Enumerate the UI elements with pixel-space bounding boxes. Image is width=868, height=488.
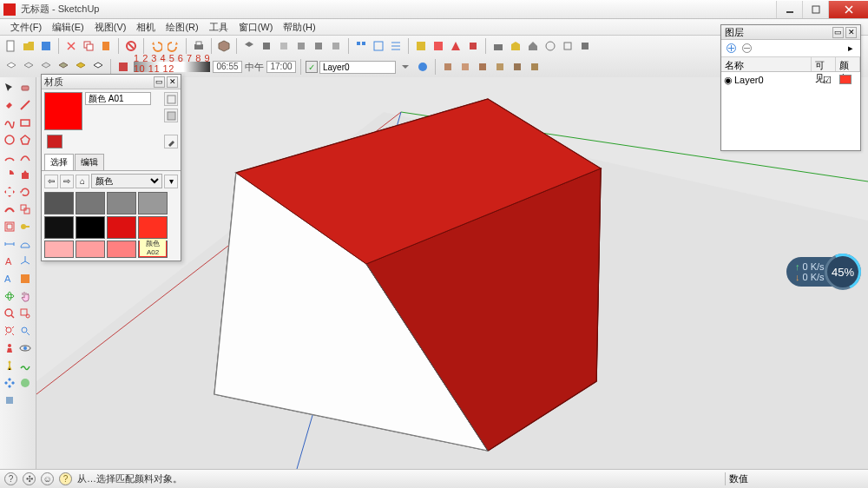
- tape-tool-icon[interactable]: [17, 219, 33, 234]
- menu-file[interactable]: 文件(F): [5, 19, 47, 36]
- swatch[interactable]: [107, 216, 136, 239]
- 3dtext-tool-icon[interactable]: A: [2, 271, 17, 287]
- close-button[interactable]: [828, 1, 868, 18]
- orbit-tool-icon[interactable]: [2, 288, 17, 304]
- pie-tool-icon[interactable]: [2, 167, 17, 182]
- swatch[interactable]: [107, 241, 136, 258]
- swatch[interactable]: [44, 241, 74, 258]
- menu-tools[interactable]: 工具: [204, 19, 233, 36]
- select-tool-icon[interactable]: [2, 80, 17, 96]
- line-tool-icon[interactable]: [17, 97, 33, 113]
- paste-icon[interactable]: [98, 38, 114, 54]
- redo-icon[interactable]: [166, 38, 181, 54]
- move-tool-icon[interactable]: [2, 184, 17, 200]
- swatch[interactable]: [44, 216, 74, 239]
- ext2-icon[interactable]: [577, 38, 593, 54]
- layer-check-icon[interactable]: ✓: [306, 61, 318, 73]
- solid1-icon[interactable]: [440, 59, 456, 75]
- solid4-icon[interactable]: [492, 59, 508, 75]
- materials-tab-edit[interactable]: 编辑: [75, 154, 104, 170]
- iso-icon[interactable]: [241, 38, 257, 54]
- wire-icon[interactable]: [21, 59, 36, 75]
- model-info-icon[interactable]: [216, 38, 232, 54]
- layers-remove-button[interactable]: [740, 42, 753, 55]
- material-name-input[interactable]: [85, 92, 151, 105]
- layer-row[interactable]: ◉ Layer0 ☑: [721, 72, 860, 88]
- materials-home-button[interactable]: ⌂: [76, 175, 89, 188]
- axes-tool-icon[interactable]: [17, 254, 33, 269]
- pan-tool-icon[interactable]: [17, 288, 33, 304]
- layer-mgr-icon[interactable]: [415, 59, 431, 75]
- material-default-button[interactable]: [164, 109, 178, 122]
- material-create-button[interactable]: [164, 92, 178, 106]
- layer-dropdown-icon[interactable]: [398, 59, 413, 75]
- section3-icon[interactable]: [448, 38, 464, 54]
- cut-icon[interactable]: [63, 38, 79, 54]
- hidden-icon[interactable]: [38, 59, 54, 75]
- solid3-icon[interactable]: [475, 59, 490, 75]
- protractor-tool-icon[interactable]: [17, 236, 33, 252]
- back-icon[interactable]: [311, 38, 326, 54]
- menu-edit[interactable]: 编辑(E): [47, 19, 89, 36]
- front-icon[interactable]: [276, 38, 292, 54]
- rect-tool-icon[interactable]: [17, 115, 33, 130]
- menu-help[interactable]: 帮助(H): [278, 19, 320, 36]
- rotate-tool-icon[interactable]: [17, 184, 33, 200]
- menu-camera[interactable]: 相机: [131, 19, 161, 36]
- layers-add-button[interactable]: [725, 42, 738, 55]
- erase-icon[interactable]: [123, 38, 139, 54]
- maximize-button[interactable]: [802, 1, 828, 18]
- materials-library-select[interactable]: 颜色: [91, 174, 162, 188]
- eraser-tool-icon[interactable]: [17, 80, 33, 96]
- swatch[interactable]: [107, 192, 136, 214]
- arc2-tool-icon[interactable]: [17, 149, 33, 165]
- swatch[interactable]: [44, 192, 74, 214]
- freehand-tool-icon[interactable]: [2, 115, 17, 130]
- materials-tab-select[interactable]: 选择: [44, 154, 74, 170]
- mono-icon[interactable]: [90, 59, 106, 75]
- plugin3-icon[interactable]: [2, 392, 17, 408]
- open-icon[interactable]: [21, 38, 36, 54]
- time-start[interactable]: 06:55: [213, 61, 242, 73]
- zoom-tool-icon[interactable]: [2, 306, 17, 321]
- component-icon[interactable]: [353, 38, 369, 54]
- materials-pin-button[interactable]: ▭: [154, 76, 165, 88]
- layers-col-visible[interactable]: 可见: [812, 57, 836, 71]
- swatch[interactable]: [76, 192, 105, 214]
- right-icon[interactable]: [293, 38, 309, 54]
- section-tool-icon[interactable]: [17, 271, 33, 287]
- status-warn-button[interactable]: ?: [59, 472, 72, 485]
- arc-tool-icon[interactable]: [2, 149, 17, 165]
- paint-tool-icon[interactable]: [2, 97, 17, 113]
- materials-fwd-button[interactable]: ⇨: [60, 175, 74, 188]
- materials-menu-button[interactable]: ▾: [164, 175, 178, 188]
- circle-tool-icon[interactable]: [2, 132, 17, 148]
- materials-close-button[interactable]: ✕: [167, 76, 178, 88]
- swatch[interactable]: 颜色 A02: [138, 241, 168, 258]
- shaded-icon[interactable]: [56, 59, 71, 75]
- solid6-icon[interactable]: [527, 59, 542, 75]
- dim-tool-icon[interactable]: [2, 236, 17, 252]
- status-help-button[interactable]: ?: [4, 472, 17, 485]
- pushpull-tool-icon[interactable]: [17, 167, 33, 182]
- prev-view-icon[interactable]: [17, 323, 33, 339]
- house-icon[interactable]: [525, 38, 541, 54]
- status-user-button[interactable]: ☺: [41, 472, 54, 485]
- followme-tool-icon[interactable]: [2, 201, 17, 217]
- zoom-window-icon[interactable]: [17, 306, 33, 321]
- 3dwh-icon[interactable]: [508, 38, 523, 54]
- print-icon[interactable]: [191, 38, 207, 54]
- warehouse-icon[interactable]: [490, 38, 506, 54]
- swatch[interactable]: [76, 216, 105, 239]
- text-tool-icon[interactable]: A: [2, 254, 17, 269]
- walk-icon[interactable]: [2, 358, 17, 373]
- zoom-extents-icon[interactable]: [2, 323, 17, 339]
- share-icon[interactable]: [542, 38, 558, 54]
- date-slider[interactable]: 1 2 3 4 5 6 7 8 9 10 11 12: [134, 62, 210, 72]
- minimize-button[interactable]: [776, 1, 802, 18]
- left-icon[interactable]: [328, 38, 344, 54]
- menu-view[interactable]: 视图(V): [89, 19, 132, 36]
- swatch[interactable]: [76, 241, 105, 258]
- layer-color-swatch[interactable]: [839, 75, 852, 84]
- time-end[interactable]: 17:00: [266, 61, 296, 73]
